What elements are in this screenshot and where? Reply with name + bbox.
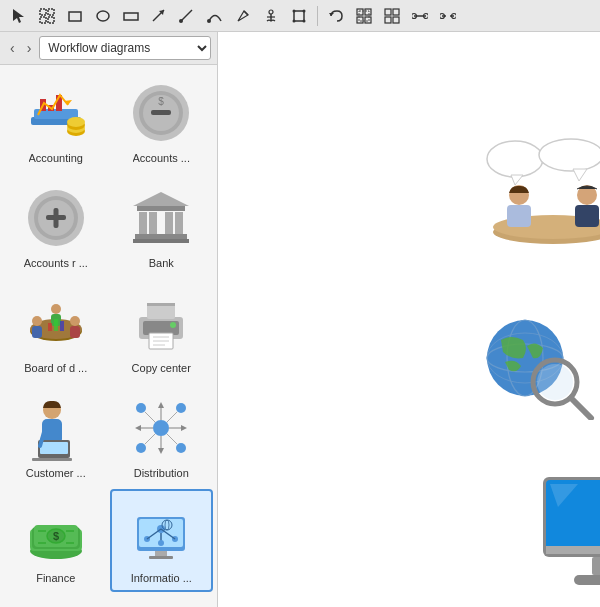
svg-marker-101 xyxy=(181,425,187,431)
nav-back-button[interactable]: ‹ xyxy=(6,38,19,58)
svg-point-12 xyxy=(207,19,211,23)
curve-tool[interactable] xyxy=(202,3,228,29)
svg-point-86 xyxy=(170,322,176,328)
svg-point-102 xyxy=(136,403,146,413)
ungroup-tool[interactable] xyxy=(379,3,405,29)
svg-rect-70 xyxy=(32,326,42,338)
svg-text:$: $ xyxy=(53,530,59,542)
svg-rect-81 xyxy=(147,303,175,306)
main-area: ‹ › Workflow diagrams xyxy=(0,32,600,607)
svg-point-18 xyxy=(293,9,296,12)
svg-marker-95 xyxy=(158,402,164,408)
svg-rect-196 xyxy=(592,557,600,575)
shape-item-board[interactable]: Board of d ... xyxy=(4,279,108,382)
svg-text:$: $ xyxy=(158,96,164,107)
accounts-r-label: Accounts r ... xyxy=(24,257,88,269)
information-label: Informatio ... xyxy=(131,572,192,584)
svg-point-105 xyxy=(176,443,186,453)
svg-rect-131 xyxy=(155,551,167,556)
svg-rect-3 xyxy=(40,17,46,23)
accounts-label: Accounts ... xyxy=(133,152,190,164)
svg-rect-197 xyxy=(574,575,600,585)
svg-marker-144 xyxy=(573,169,587,181)
line-tool[interactable] xyxy=(174,3,200,29)
bank-label: Bank xyxy=(149,257,174,269)
svg-point-168 xyxy=(537,364,573,400)
shape-item-accounting[interactable]: Accounting xyxy=(4,69,108,172)
svg-marker-99 xyxy=(135,425,141,431)
accounts-r-icon xyxy=(20,182,92,254)
select-tool[interactable] xyxy=(34,3,60,29)
svg-point-11 xyxy=(179,19,183,23)
nav-forward-button[interactable]: › xyxy=(23,38,36,58)
svg-point-71 xyxy=(70,316,80,326)
category-dropdown[interactable]: Workflow diagrams xyxy=(39,36,211,60)
svg-rect-58 xyxy=(53,208,58,228)
shape-item-finance[interactable]: $ Finance xyxy=(4,489,108,592)
copy-center-icon xyxy=(125,287,197,359)
customer-icon xyxy=(20,392,92,464)
group-tool[interactable] xyxy=(351,3,377,29)
distribution-label: Distribution xyxy=(134,467,189,479)
ellipse-tool[interactable] xyxy=(90,3,116,29)
sidebar-header: ‹ › Workflow diagrams xyxy=(0,32,217,65)
shape-item-international-1[interactable]: Internation ... xyxy=(4,594,108,607)
svg-point-69 xyxy=(32,316,42,326)
svg-marker-97 xyxy=(158,448,164,454)
svg-rect-72 xyxy=(70,326,80,338)
canvas-item-discussion xyxy=(473,137,600,257)
svg-point-93 xyxy=(153,420,169,436)
anchor-tool[interactable] xyxy=(258,3,284,29)
svg-point-14 xyxy=(269,10,273,14)
pen-tool[interactable] xyxy=(230,3,256,29)
svg-rect-28 xyxy=(385,9,391,15)
shape-item-international-2[interactable]: Internation ... xyxy=(110,594,214,607)
crop-tool[interactable] xyxy=(286,3,312,29)
svg-rect-25 xyxy=(357,17,363,23)
disconnect-tool[interactable] xyxy=(435,3,461,29)
svg-marker-59 xyxy=(133,192,189,206)
svg-rect-1 xyxy=(40,9,46,15)
svg-rect-90 xyxy=(40,442,68,454)
svg-line-13 xyxy=(244,11,248,15)
svg-rect-23 xyxy=(357,9,363,15)
svg-point-103 xyxy=(176,403,186,413)
svg-rect-17 xyxy=(294,11,304,21)
canvas-area[interactable] xyxy=(218,32,600,607)
text-tool[interactable] xyxy=(118,3,144,29)
connect-tool[interactable] xyxy=(407,3,433,29)
svg-marker-142 xyxy=(511,175,523,185)
svg-point-19 xyxy=(303,9,306,12)
rect-tool[interactable] xyxy=(62,3,88,29)
undo-tool[interactable] xyxy=(323,3,349,29)
svg-rect-132 xyxy=(149,556,173,559)
board-label: Board of d ... xyxy=(24,362,87,374)
svg-line-169 xyxy=(571,398,591,418)
svg-point-6 xyxy=(97,11,109,21)
svg-line-106 xyxy=(145,412,155,422)
pointer-tool[interactable] xyxy=(6,3,32,29)
svg-rect-148 xyxy=(507,205,531,227)
svg-rect-52 xyxy=(151,110,171,115)
svg-rect-77 xyxy=(60,321,64,331)
svg-point-141 xyxy=(487,141,543,177)
svg-point-73 xyxy=(51,304,61,314)
copy-center-label: Copy center xyxy=(132,362,191,374)
arrow-tool[interactable] xyxy=(146,3,172,29)
shape-item-accounts-r[interactable]: Accounts r ... xyxy=(4,174,108,277)
divider-1 xyxy=(317,6,318,26)
accounting-label: Accounting xyxy=(29,152,83,164)
shape-item-information[interactable]: Informatio ... xyxy=(110,489,214,592)
shape-item-copy-center[interactable]: Copy center xyxy=(110,279,214,382)
shape-item-accounts[interactable]: $ Accounts ... xyxy=(110,69,214,172)
svg-rect-91 xyxy=(32,458,72,461)
shape-item-distribution[interactable]: Distribution xyxy=(110,384,214,487)
svg-rect-66 xyxy=(133,239,189,243)
accounting-icon xyxy=(20,77,92,149)
svg-point-104 xyxy=(136,443,146,453)
shape-item-customer[interactable]: Customer ... xyxy=(4,384,108,487)
svg-line-108 xyxy=(145,434,155,444)
shape-item-bank[interactable]: Bank xyxy=(110,174,214,277)
international-1-icon xyxy=(20,602,92,607)
svg-point-128 xyxy=(158,540,164,546)
